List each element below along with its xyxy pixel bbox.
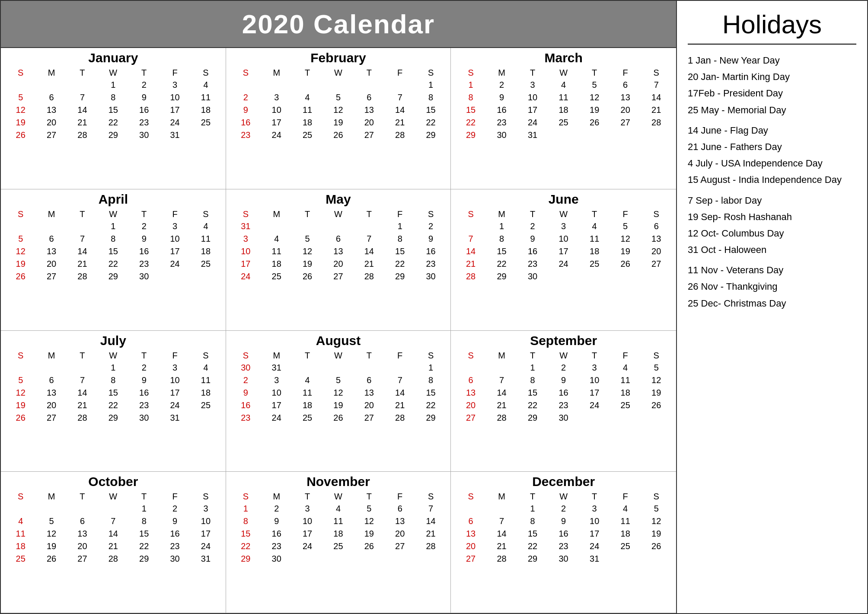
day-header: T bbox=[67, 491, 98, 502]
calendar-day: 28 bbox=[415, 540, 446, 553]
calendar-day: 24 bbox=[190, 540, 221, 553]
calendar-day: 30 bbox=[129, 412, 160, 424]
day-header: S bbox=[641, 208, 672, 220]
calendar-day: 2 bbox=[415, 220, 446, 233]
calendar-day: 29 bbox=[517, 553, 548, 565]
day-header: S bbox=[230, 350, 261, 361]
calendar-day: 24 bbox=[160, 258, 190, 270]
day-header: M bbox=[261, 350, 292, 361]
day-header: T bbox=[129, 491, 160, 502]
calendar-day: 1 bbox=[230, 502, 261, 515]
calendar-day: 16 bbox=[129, 387, 160, 399]
day-header: S bbox=[230, 208, 261, 220]
calendar-day: 20 bbox=[455, 399, 486, 412]
calendar-day: 1 bbox=[385, 220, 415, 233]
day-header: T bbox=[292, 491, 322, 502]
calendar-day: 4 bbox=[323, 502, 354, 515]
calendar-day: 25 bbox=[190, 399, 221, 412]
calendar-day: 22 bbox=[98, 399, 128, 412]
calendar-day: 9 bbox=[261, 515, 292, 528]
calendar-day: 26 bbox=[5, 129, 36, 141]
calendar-day bbox=[354, 553, 384, 565]
month-name: March bbox=[455, 51, 672, 65]
calendar-day bbox=[610, 270, 641, 283]
holidays-title: Holidays bbox=[688, 10, 856, 45]
holiday-item: 17Feb - President Day bbox=[688, 86, 856, 101]
calendar-day bbox=[261, 79, 292, 91]
day-header: W bbox=[98, 67, 128, 79]
calendar-day: 22 bbox=[230, 540, 261, 553]
calendar-day: 15 bbox=[486, 245, 517, 258]
holiday-item: 25 May - Memorial Day bbox=[688, 102, 856, 118]
day-header: T bbox=[579, 67, 610, 79]
calendar-day: 9 bbox=[486, 91, 517, 104]
calendar-day: 18 bbox=[190, 104, 221, 116]
calendar-day: 25 bbox=[292, 412, 322, 424]
calendar-day: 27 bbox=[36, 270, 67, 283]
calendar-day: 13 bbox=[67, 528, 98, 540]
calendar-day: 11 bbox=[548, 91, 579, 104]
calendar-day: 7 bbox=[486, 515, 517, 528]
calendar-day: 5 bbox=[323, 91, 354, 104]
calendar-day: 1 bbox=[486, 220, 517, 233]
calendar-day: 25 bbox=[610, 540, 641, 553]
calendar-day: 22 bbox=[385, 258, 415, 270]
calendar-day: 30 bbox=[486, 129, 517, 141]
day-header: M bbox=[261, 208, 292, 220]
calendar-day: 2 bbox=[548, 361, 579, 374]
calendar-day: 7 bbox=[67, 91, 98, 104]
calendar-day: 21 bbox=[67, 258, 98, 270]
day-header: T bbox=[354, 67, 384, 79]
day-header: T bbox=[354, 208, 384, 220]
calendar-day: 20 bbox=[36, 116, 67, 129]
calendar-day: 25 bbox=[579, 258, 610, 270]
calendar-day: 29 bbox=[415, 412, 446, 424]
calendar-day: 17 bbox=[261, 399, 292, 412]
calendar-day: 15 bbox=[415, 387, 446, 399]
calendar-day: 13 bbox=[455, 387, 486, 399]
calendar-day: 10 bbox=[160, 374, 190, 387]
calendar-day: 30 bbox=[129, 270, 160, 283]
month-name: January bbox=[5, 51, 221, 65]
calendar-day: 24 bbox=[579, 540, 610, 553]
day-header: S bbox=[190, 208, 221, 220]
calendar-day: 19 bbox=[323, 116, 354, 129]
calendar-day: 19 bbox=[36, 540, 67, 553]
calendar-day: 14 bbox=[354, 245, 384, 258]
holiday-group: 14 June - Flag Day21 June - Fathers Day4… bbox=[688, 123, 856, 188]
month-name: May bbox=[230, 192, 447, 207]
calendar-day bbox=[610, 129, 641, 141]
day-header: S bbox=[455, 67, 486, 79]
calendar-day: 21 bbox=[385, 399, 415, 412]
calendar-day bbox=[5, 220, 36, 233]
calendar-day: 17 bbox=[292, 528, 322, 540]
calendar-day: 25 bbox=[610, 399, 641, 412]
calendar-day bbox=[323, 220, 354, 233]
calendar-day: 3 bbox=[160, 220, 190, 233]
calendar-day: 3 bbox=[230, 233, 261, 245]
calendar-day: 23 bbox=[415, 258, 446, 270]
day-header: T bbox=[292, 208, 322, 220]
calendar-day: 7 bbox=[385, 374, 415, 387]
calendar-day: 6 bbox=[455, 515, 486, 528]
calendar-table: SMTWTFS123456789101112131415161718192021… bbox=[455, 208, 672, 283]
calendar-day: 23 bbox=[129, 258, 160, 270]
holiday-item: 7 Sep - labor Day bbox=[688, 193, 856, 208]
calendar-day: 10 bbox=[160, 91, 190, 104]
calendar-day bbox=[610, 553, 641, 565]
day-header: S bbox=[455, 208, 486, 220]
calendar-day: 23 bbox=[486, 116, 517, 129]
calendar-day: 16 bbox=[548, 528, 579, 540]
calendar-day: 5 bbox=[579, 79, 610, 91]
calendar-day: 14 bbox=[385, 387, 415, 399]
calendar-day bbox=[292, 553, 322, 565]
calendar-day: 18 bbox=[610, 387, 641, 399]
calendar-day: 16 bbox=[230, 399, 261, 412]
day-header: S bbox=[415, 67, 446, 79]
month-block: FebruarySMTWTFS1234567891011121314151617… bbox=[226, 48, 451, 189]
calendar-day bbox=[641, 553, 672, 565]
month-block: NovemberSMTWTFS1234567891011121314151617… bbox=[226, 472, 451, 613]
calendar-day: 1 bbox=[98, 79, 128, 91]
day-header: S bbox=[641, 491, 672, 502]
calendar-day bbox=[292, 220, 322, 233]
